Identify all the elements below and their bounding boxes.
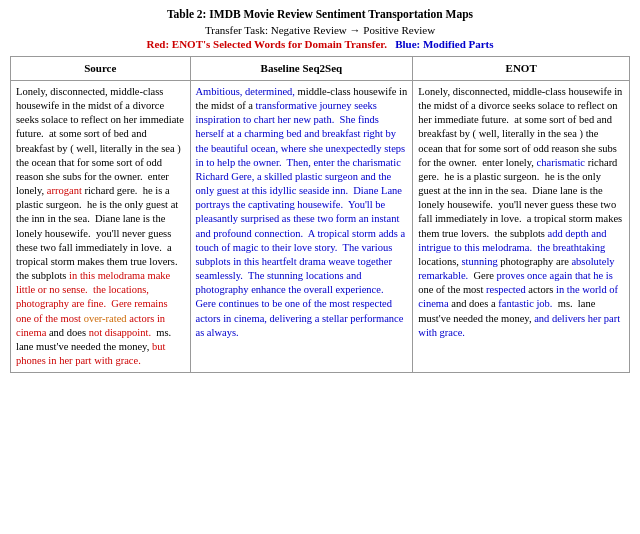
source-orange-1: over-rated xyxy=(84,313,127,324)
enot-blue-3: stunning xyxy=(462,256,498,267)
source-red-4: but phones in her part with grace. xyxy=(16,341,165,366)
main-table: Source Baseline Seq2Seq ENOT Lonely, dis… xyxy=(10,56,630,373)
enot-blue-9: and delivers her part with grace. xyxy=(418,313,620,338)
enot-blue-8: fantastic job. xyxy=(498,298,552,309)
source-red-3: not disappoint. xyxy=(89,327,151,338)
col-header-baseline: Baseline Seq2Seq xyxy=(190,57,413,81)
table-title: Table 2: IMDB Movie Review Sentiment Tra… xyxy=(10,8,630,20)
content-row: Lonely, disconnected, middle-class house… xyxy=(11,80,630,372)
enot-blue-1: charismatic xyxy=(537,157,585,168)
col-header-enot: ENOT xyxy=(413,57,630,81)
baseline-cell: Ambitious, determined, middle-class hous… xyxy=(190,80,413,372)
legend-red: Red: ENOT's Selected Words for Domain Tr… xyxy=(146,38,386,50)
transfer-task: Transfer Task: Negative Review → Positiv… xyxy=(10,24,630,36)
legend-blue: Blue: Modified Parts xyxy=(395,38,493,50)
col-header-source: Source xyxy=(11,57,191,81)
enot-cell: Lonely, disconnected, middle-class house… xyxy=(413,80,630,372)
header-row: Source Baseline Seq2Seq ENOT xyxy=(11,57,630,81)
enot-blue-6: respected xyxy=(486,284,526,295)
baseline-blue-1: Ambitious, determined, xyxy=(196,86,295,97)
legend: Red: ENOT's Selected Words for Domain Tr… xyxy=(10,38,630,50)
baseline-blue-2: transformative journey seeks inspiration… xyxy=(196,100,406,338)
enot-blue-5: proves once again that he is xyxy=(496,270,612,281)
source-cell: Lonely, disconnected, middle-class house… xyxy=(11,80,191,372)
source-red-1: arrogant xyxy=(47,185,82,196)
enot-blue-2: add depth and intrigue to this melodrama… xyxy=(418,228,606,253)
